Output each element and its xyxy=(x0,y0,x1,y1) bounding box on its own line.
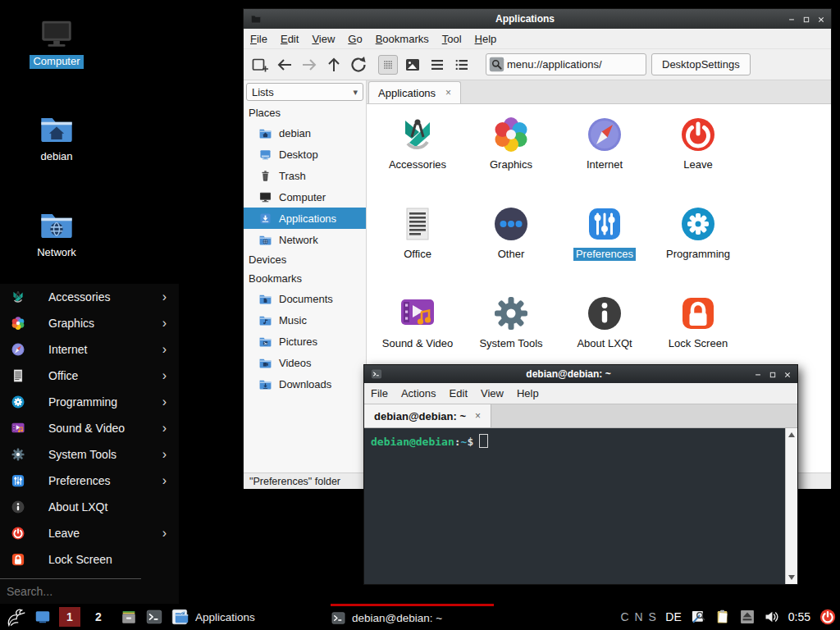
grid-item-graphics[interactable]: Graphics xyxy=(464,110,558,199)
keyboard-layout-indicator[interactable]: DE xyxy=(665,610,681,623)
grid-item-other[interactable]: Other xyxy=(464,199,558,289)
address-text: menu://applications/ xyxy=(507,58,602,71)
fm-menu-view[interactable]: View xyxy=(305,33,341,45)
menu-item-preferences[interactable]: Preferences › xyxy=(0,468,179,494)
workspace-1-button[interactable]: 1 xyxy=(59,607,80,627)
grid-item-accessories[interactable]: Accessories xyxy=(371,110,464,199)
sound-video-icon xyxy=(398,294,437,333)
minimize-icon[interactable] xyxy=(788,15,796,23)
fm-menu-tool[interactable]: Tool xyxy=(436,33,468,45)
menu-item-programming[interactable]: Programming › xyxy=(0,389,179,415)
menu-item-lock-screen[interactable]: Lock Screen xyxy=(0,546,179,573)
fm-menu-help[interactable]: Help xyxy=(468,33,504,45)
show-desktop-button[interactable] xyxy=(34,608,52,626)
scroll-up-icon[interactable] xyxy=(788,432,795,437)
menu-item-graphics[interactable]: Graphics › xyxy=(0,310,179,336)
menu-item-internet[interactable]: Internet › xyxy=(0,336,179,363)
terminal-menu-view[interactable]: View xyxy=(474,387,510,399)
desktop-icon-debian[interactable]: debian xyxy=(17,110,96,164)
scroll-down-icon[interactable] xyxy=(788,575,795,580)
terminal-scrollbar[interactable] xyxy=(785,428,797,584)
desktop-icon-network[interactable]: Network xyxy=(17,206,96,260)
terminal-menu-help[interactable]: Help xyxy=(510,387,546,399)
sidebar-item-music[interactable]: Music xyxy=(244,309,366,331)
new-tab-button[interactable] xyxy=(250,55,270,75)
grid-item-leave[interactable]: Leave xyxy=(651,110,745,199)
grid-item-programming[interactable]: Programming xyxy=(651,199,745,289)
power-button[interactable] xyxy=(819,608,837,626)
maximize-icon[interactable] xyxy=(769,370,777,378)
volume-icon[interactable] xyxy=(764,609,780,625)
keyboard-state-indicator[interactable]: C N S xyxy=(620,610,657,623)
menu-item-system-tools[interactable]: System Tools › xyxy=(0,441,179,468)
terminal-menu-file[interactable]: File xyxy=(364,387,395,399)
clock[interactable]: 0:55 xyxy=(788,610,810,623)
terminal-titlebar[interactable]: debian@debian: ~ xyxy=(364,365,797,383)
terminal-menu-edit[interactable]: Edit xyxy=(443,387,474,399)
fm-menu-edit[interactable]: Edit xyxy=(274,33,305,45)
folder-home-icon xyxy=(38,110,75,148)
menu-item-accessories[interactable]: Accessories › xyxy=(0,284,179,310)
sidebar-item-computer[interactable]: Computer xyxy=(244,186,366,208)
screenshot-tray-icon[interactable] xyxy=(690,609,706,625)
sidebar-item-desktop[interactable]: Desktop xyxy=(244,144,366,165)
lxqt-menu-button[interactable] xyxy=(5,607,26,627)
maximize-icon[interactable] xyxy=(802,15,810,23)
thumbnail-view-button[interactable] xyxy=(403,55,422,75)
icon-view-button[interactable] xyxy=(378,55,398,75)
workspace-2-button[interactable]: 2 xyxy=(88,607,109,627)
up-button[interactable] xyxy=(324,55,344,75)
sidebar-item-documents[interactable]: Documents xyxy=(244,288,366,309)
sidebar-item-videos[interactable]: Videos xyxy=(244,352,366,373)
sidebar-item-pictures[interactable]: Pictures xyxy=(244,331,366,352)
file-manager-launcher[interactable] xyxy=(120,608,138,626)
taskbar-button-terminal[interactable]: debian@debian: ~ xyxy=(331,604,494,630)
sidebar-item-debian[interactable]: debian xyxy=(244,122,366,144)
menu-item-leave[interactable]: Leave › xyxy=(0,520,179,546)
fm-menu-bookmarks[interactable]: Bookmarks xyxy=(369,33,436,45)
sidebar-mode-select[interactable]: Lists ▾ xyxy=(246,83,363,101)
menu-item-about-lxqt[interactable]: About LXQt xyxy=(0,494,179,520)
accessories-icon xyxy=(11,290,25,304)
sidebar-item-trash[interactable]: Trash xyxy=(244,165,366,186)
menu-search-input[interactable] xyxy=(7,585,162,598)
menu-item-sound-video[interactable]: Sound & Video › xyxy=(0,415,179,441)
menu-item-office[interactable]: Office › xyxy=(0,363,179,389)
detailed-view-button[interactable] xyxy=(452,55,472,75)
fm-menu-go[interactable]: Go xyxy=(341,33,368,45)
tab-applications[interactable]: Applications × xyxy=(368,81,461,103)
accessories-icon xyxy=(398,115,437,154)
compact-view-button[interactable] xyxy=(427,55,447,75)
submenu-arrow-icon: › xyxy=(162,395,167,409)
tab-close-icon[interactable]: × xyxy=(475,410,481,422)
grid-item-office[interactable]: Office xyxy=(371,199,464,289)
desktop-settings-button[interactable]: DesktopSettings xyxy=(651,53,751,75)
sidebar-item-downloads[interactable]: Downloads xyxy=(244,373,366,395)
tab-close-icon[interactable]: × xyxy=(445,87,451,98)
sidebar-item-applications[interactable]: Applications xyxy=(244,208,366,229)
fm-menu-file[interactable]: File xyxy=(244,33,274,45)
fm-titlebar[interactable]: Applications xyxy=(244,9,831,29)
terminal-tab[interactable]: debian@debian: ~ × xyxy=(364,404,491,427)
clipboard-tray-icon[interactable] xyxy=(714,609,731,625)
eject-tray-icon[interactable] xyxy=(739,609,756,625)
applications-icon xyxy=(258,212,272,226)
desktop-icon-label: Network xyxy=(34,246,80,260)
other-icon xyxy=(491,204,531,244)
close-icon[interactable] xyxy=(783,370,792,378)
back-button[interactable] xyxy=(275,55,294,75)
taskbar-button-applications[interactable]: Applications xyxy=(174,604,272,630)
grid-item-internet[interactable]: Internet xyxy=(558,110,651,199)
close-icon[interactable] xyxy=(817,15,825,23)
grid-item-preferences[interactable]: Preferences xyxy=(558,199,651,289)
terminal-output[interactable]: debian@debian:~$ xyxy=(364,428,797,584)
desktop-icon-computer[interactable]: Computer xyxy=(17,15,96,69)
sidebar-item-network[interactable]: Network xyxy=(244,229,366,250)
reload-button[interactable] xyxy=(349,55,368,75)
minimize-icon[interactable] xyxy=(754,370,762,378)
terminal-icon xyxy=(371,368,382,380)
terminal-launcher[interactable] xyxy=(145,608,163,626)
address-bar[interactable]: menu://applications/ xyxy=(486,53,646,75)
terminal-menu-actions[interactable]: Actions xyxy=(395,387,443,399)
forward-button[interactable] xyxy=(299,55,319,75)
